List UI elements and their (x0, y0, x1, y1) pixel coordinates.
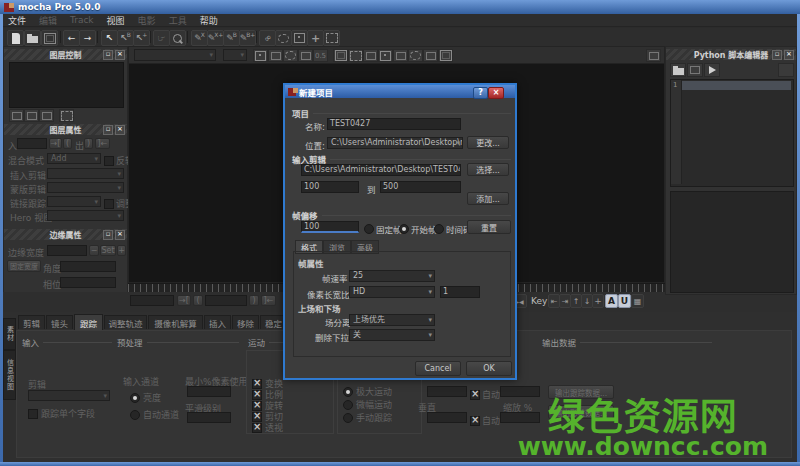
fixed-width-button[interactable]: 固定宽度 (7, 260, 41, 272)
show-grid-button[interactable] (378, 49, 393, 62)
autokey-toggle[interactable]: A (605, 294, 618, 308)
tab-insert[interactable]: 插入 (204, 315, 231, 329)
spline-x-tool-button[interactable]: X (191, 30, 208, 46)
redo-forward-button[interactable] (79, 30, 96, 46)
add-clip-button[interactable]: 添加... (467, 192, 509, 205)
manual-track-radio[interactable] (343, 413, 353, 423)
spline-b-tool-button[interactable]: B (223, 30, 240, 46)
menu-track[interactable]: Track (70, 15, 94, 25)
menu-tools[interactable]: 工具 (169, 14, 187, 27)
matte-clip-dropdown[interactable] (47, 182, 124, 193)
show-splines-button[interactable] (348, 49, 363, 62)
dialog-close-button[interactable]: × (488, 87, 504, 99)
move-tool-button[interactable] (307, 30, 324, 46)
select-all-layers-button[interactable] (59, 109, 74, 122)
transform-tool-button[interactable] (291, 30, 308, 46)
float-panel-icon[interactable]: ▫ (103, 125, 113, 135)
marquee-tool-button[interactable] (323, 30, 340, 46)
auto-horizontal-checkbox[interactable] (470, 390, 480, 400)
menu-file[interactable]: 文件 (8, 14, 26, 27)
insert-clip-dropdown[interactable] (47, 168, 124, 179)
auto-vertical-checkbox[interactable] (470, 416, 480, 426)
menu-help[interactable]: 帮助 (200, 14, 218, 27)
adjust-checkbox[interactable] (104, 199, 114, 209)
edge-properties-header[interactable]: 边缘属性 ▫× (4, 229, 127, 240)
large-motion-radio[interactable] (343, 387, 353, 397)
proxy-button[interactable] (298, 49, 313, 62)
tab-lens[interactable]: 镜头 (46, 315, 73, 329)
frame-rate-dropdown[interactable]: 25 (349, 270, 435, 282)
tab-track[interactable]: 跟踪 (74, 314, 103, 330)
python-console[interactable] (670, 191, 794, 293)
layer-list[interactable] (9, 62, 124, 108)
layer-properties-header[interactable]: 图层属性 ▫× (4, 124, 127, 135)
out-frame-field[interactable] (205, 295, 247, 306)
angle-field[interactable] (60, 261, 116, 272)
tab-clip[interactable]: 剪辑 (18, 315, 45, 329)
reset-button[interactable]: 重置 (467, 220, 511, 234)
python-panel-header[interactable]: Python 脚本编辑器 ▫× (666, 49, 796, 60)
small-motion-radio[interactable] (343, 400, 353, 410)
in-point-field[interactable] (17, 138, 47, 149)
set-out-button[interactable]: ]← (95, 138, 110, 149)
clip-selector-dropdown[interactable] (134, 49, 216, 61)
select-clip-button[interactable]: 选择... (467, 163, 509, 176)
tab-remove[interactable]: 移除 (232, 315, 259, 329)
lasso-tool-button[interactable] (275, 30, 292, 46)
menu-movie[interactable]: 电影 (138, 14, 156, 27)
out-paren-button[interactable]: ) (84, 138, 93, 149)
new-layer-button[interactable] (9, 109, 24, 122)
range-to-field[interactable]: 500 (380, 181, 461, 193)
view-scale-dropdown[interactable] (223, 49, 247, 61)
select-tool-button[interactable] (101, 30, 118, 46)
title-bar[interactable]: mocha Pro 5.0.0 (0, 0, 800, 14)
in-frame-field[interactable] (130, 295, 174, 306)
start-frame-radio[interactable] (399, 224, 409, 234)
show-mattes-button[interactable] (393, 49, 408, 62)
uberkey-toggle[interactable]: U (618, 294, 631, 308)
color-sample-button[interactable] (438, 49, 453, 62)
python-open-button[interactable] (670, 63, 686, 77)
timeline-in-paren-button[interactable]: ( (193, 295, 203, 306)
close-panel-icon[interactable]: × (115, 125, 125, 135)
link-tool-button[interactable] (259, 30, 276, 46)
float-panel-icon[interactable]: ▫ (772, 50, 782, 60)
pixel-aspect-value-field[interactable]: 1 (440, 286, 480, 298)
search-horizontal-field[interactable] (427, 386, 467, 397)
edge-width-plus-button[interactable]: + (117, 245, 126, 256)
field-separation-dropdown[interactable]: 上场优先 (349, 314, 435, 326)
project-location-dropdown[interactable]: C:\Users\Administrator\Desktop\results (327, 137, 463, 149)
menu-edit[interactable]: 编辑 (39, 14, 57, 27)
spline-b-add-tool-button[interactable]: B+ (239, 30, 256, 46)
range-from-field[interactable]: 100 (301, 181, 359, 193)
change-location-button[interactable]: 更改... (467, 136, 509, 149)
smooth-level-field[interactable] (187, 412, 231, 423)
timeline-set-out-button[interactable]: ]← (261, 295, 276, 306)
zoom-tool-button[interactable] (169, 30, 186, 46)
edge-width-minus-button[interactable]: − (89, 245, 99, 256)
pixels-field[interactable] (500, 386, 540, 397)
hero-view-dropdown[interactable] (47, 210, 124, 221)
edge-width-field[interactable] (47, 245, 87, 256)
show-points-button[interactable] (363, 49, 378, 62)
in-paren-button[interactable]: ( (63, 138, 72, 149)
menu-view[interactable]: 视图 (107, 14, 125, 27)
new-project-button[interactable] (7, 30, 24, 46)
compare-ab-button[interactable] (268, 49, 283, 62)
float-panel-icon[interactable]: ▫ (103, 50, 113, 60)
phase-field[interactable] (60, 277, 116, 288)
perspective-checkbox[interactable] (252, 423, 262, 433)
spline-x-add-tool-button[interactable]: X+ (207, 30, 224, 46)
search-vertical-field[interactable] (427, 412, 467, 423)
min-pct-field[interactable] (187, 386, 231, 397)
remove-pulldown-dropdown[interactable]: 关 (349, 329, 435, 341)
dialog-help-button[interactable]: ? (473, 87, 488, 99)
delete-layer-button[interactable] (39, 109, 54, 122)
blend-mode-dropdown[interactable]: Add (47, 153, 101, 164)
tab-adjusttrack[interactable]: 调整轨迹 (104, 315, 147, 329)
cancel-button[interactable]: Cancel (415, 361, 461, 376)
close-panel-icon[interactable]: × (115, 50, 125, 60)
select-add-tool-button[interactable]: + (133, 30, 150, 46)
close-panel-icon[interactable]: × (115, 230, 125, 240)
brightness-button[interactable] (423, 49, 438, 62)
